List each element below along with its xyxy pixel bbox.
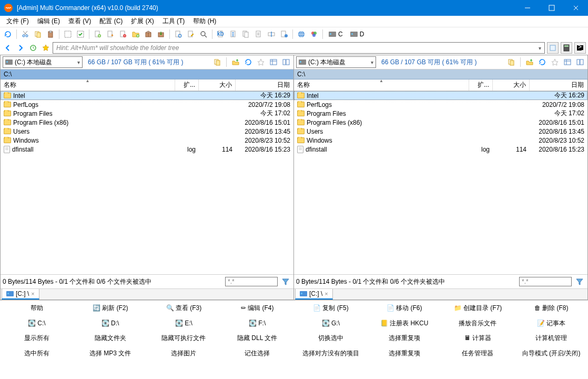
file-row[interactable]: Program Files今天 17:02 (294, 109, 587, 118)
close-button[interactable] (564, 0, 588, 16)
panel-copy-icon[interactable] (212, 57, 222, 67)
grid-button[interactable]: 隐藏 DLL 文件 (220, 331, 294, 346)
grid-button[interactable]: 帮助 (0, 301, 74, 316)
maximize-button[interactable] (540, 0, 564, 16)
select-icon[interactable] (62, 28, 74, 40)
minimize-button[interactable] (515, 0, 540, 16)
grid-button[interactable]: 向导模式 (开启/关闭) (514, 346, 588, 361)
file-row[interactable]: dfinstalllog1142020/8/16 15:23 (1, 145, 293, 154)
file-row[interactable]: PerfLogs2020/7/2 19:08 (1, 100, 293, 109)
file-row[interactable]: Intel今天 16:29 (1, 91, 293, 100)
grid-button[interactable]: 任务管理器 (441, 346, 515, 361)
nav-cmd-icon[interactable]: >_ (574, 42, 586, 54)
grid-button[interactable]: 选中所有 (0, 346, 74, 361)
search-icon[interactable] (198, 28, 209, 40)
history-button[interactable] (27, 42, 39, 54)
col-size[interactable]: 大小 (199, 79, 236, 91)
refresh-icon[interactable] (2, 28, 14, 40)
col-name[interactable]: 名称▲ (1, 79, 175, 91)
view-icon[interactable] (173, 28, 184, 40)
tab-close-icon[interactable]: × (31, 291, 34, 297)
paste-path-icon[interactable] (228, 28, 239, 40)
panel-tree-icon[interactable] (575, 57, 585, 67)
file-row[interactable]: Program Files今天 17:02 (1, 109, 293, 118)
rename-icon[interactable] (266, 28, 277, 40)
forward-button[interactable] (15, 42, 26, 54)
grid-button[interactable]: 选择重复项 (368, 346, 441, 361)
lang-icon[interactable] (296, 28, 307, 40)
grid-button[interactable]: 💽 F:\ (220, 316, 294, 331)
menu-tools[interactable]: 工具 (T) (158, 16, 189, 27)
panel-tree-icon[interactable] (281, 57, 291, 67)
grid-button[interactable]: 📁 创建目录 (F7) (441, 301, 515, 316)
filter-input[interactable] (519, 277, 572, 286)
copy-name-icon[interactable] (253, 28, 265, 40)
unpack-icon[interactable] (155, 28, 167, 40)
back-button[interactable] (2, 42, 14, 54)
left-file-list[interactable]: Intel今天 16:29PerfLogs2020/7/2 19:08Progr… (1, 91, 293, 274)
grid-button[interactable]: 显示所有 (0, 331, 74, 346)
panel-view-icon[interactable] (268, 57, 279, 67)
grid-button[interactable]: 播放音乐文件 (441, 316, 515, 331)
grid-button[interactable]: 💽 G:\ (294, 316, 368, 331)
file-row[interactable]: Program Files (x86)2020/8/16 15:01 (1, 118, 293, 127)
col-name[interactable]: 名称▲ (294, 79, 469, 91)
menu-file[interactable]: 文件 (F) (2, 16, 33, 27)
menu-config[interactable]: 配置 (C) (95, 16, 127, 27)
path-bar[interactable]: C:\ (294, 69, 587, 79)
drive-selector[interactable]: (C:) 本地磁盘 (3, 56, 83, 68)
panel-copy-icon[interactable] (506, 57, 516, 67)
edit-icon[interactable] (185, 28, 197, 40)
new-folder-icon[interactable] (130, 28, 141, 40)
favorites-button[interactable] (40, 42, 52, 54)
file-row[interactable]: Intel今天 16:29 (294, 91, 587, 100)
file-row[interactable]: Windows2020/8/23 10:52 (1, 136, 293, 145)
menu-view[interactable]: 查看 (V) (64, 16, 95, 27)
menu-help[interactable]: 帮助 (H) (189, 16, 220, 27)
grid-button[interactable]: 🔄 刷新 (F2) (74, 301, 147, 316)
pack-icon[interactable] (143, 28, 154, 40)
right-file-list[interactable]: Intel今天 16:29PerfLogs2020/7/2 19:08Progr… (294, 91, 587, 274)
nav-notes-icon[interactable] (547, 42, 559, 54)
menu-extensions[interactable]: 扩展 (X) (127, 16, 158, 27)
grid-button[interactable]: 💽 E:\ (147, 316, 221, 331)
file-row[interactable]: dfinstalllog1142020/8/16 15:23 (294, 145, 587, 154)
menu-edit[interactable]: 编辑 (E) (33, 16, 64, 27)
tab-close-icon[interactable]: × (325, 291, 328, 297)
path-bar[interactable]: C:\ (1, 69, 293, 79)
colors-icon[interactable] (308, 28, 320, 40)
grid-button[interactable]: 记住选择 (220, 346, 294, 361)
grid-button[interactable]: 💽 D:\ (74, 316, 147, 331)
file-row[interactable]: PerfLogs2020/7/2 19:08 (294, 100, 587, 109)
move-file-icon[interactable] (105, 28, 116, 40)
col-ext[interactable]: 扩... (175, 79, 199, 91)
grid-button[interactable]: 🔍 查看 (F3) (147, 301, 221, 316)
select-all-icon[interactable] (75, 28, 86, 40)
panel-up-icon[interactable] (230, 57, 241, 67)
calc-size-icon[interactable]: kb (215, 28, 227, 40)
drive-selector[interactable]: (C:) 本地磁盘 (296, 56, 376, 68)
panel-tab[interactable]: [C:] \× (2, 289, 39, 300)
copy-icon[interactable] (32, 28, 44, 40)
panel-up-icon[interactable] (524, 57, 535, 67)
nav-calc-icon[interactable] (561, 42, 572, 54)
cut-icon[interactable] (19, 28, 31, 40)
grid-button[interactable]: 选择图片 (147, 346, 221, 361)
file-row[interactable]: Windows2020/8/23 10:52 (294, 136, 587, 145)
col-size[interactable]: 大小 (493, 79, 530, 91)
toolbar-drive-d[interactable]: D (347, 31, 368, 38)
grid-button[interactable]: 选择对方没有的项目 (294, 346, 368, 361)
delete-icon[interactable] (117, 28, 129, 40)
copy-file-icon[interactable] (92, 28, 104, 40)
file-row[interactable]: Users2020/8/16 13:45 (1, 127, 293, 136)
address-input[interactable]: Hint: Alt+Num* will show/hide the folder… (53, 42, 545, 54)
grid-button[interactable]: 📄 复制 (F5) (294, 301, 368, 316)
copy-path-icon[interactable] (240, 28, 252, 40)
grid-button[interactable]: 🗑 删除 (F8) (514, 301, 588, 316)
panel-refresh-icon[interactable] (243, 57, 254, 67)
panel-view-icon[interactable] (562, 57, 573, 67)
panel-filter-icon[interactable] (256, 57, 266, 67)
grid-button[interactable]: 选择 MP3 文件 (74, 346, 147, 361)
grid-button[interactable]: 📝 记事本 (514, 316, 588, 331)
grid-button[interactable]: ✏ 编辑 (F4) (220, 301, 294, 316)
